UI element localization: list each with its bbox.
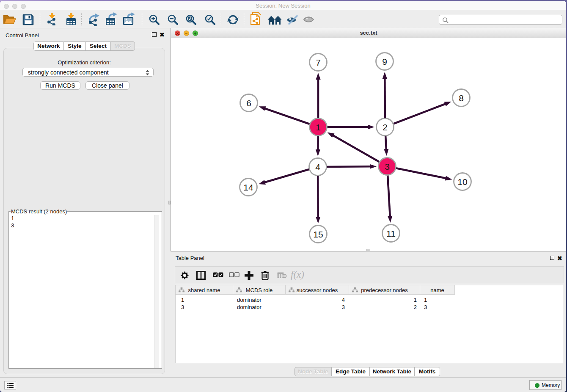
- svg-text:3: 3: [385, 162, 390, 171]
- svg-text:14: 14: [243, 182, 253, 192]
- svg-text:15: 15: [313, 229, 323, 239]
- svg-text:7: 7: [316, 58, 321, 67]
- svg-text:2: 2: [383, 122, 388, 132]
- svg-text:1: 1: [316, 122, 321, 132]
- svg-text:6: 6: [246, 98, 251, 108]
- svg-text:11: 11: [386, 229, 396, 238]
- svg-text:8: 8: [459, 93, 464, 103]
- svg-text:9: 9: [382, 57, 387, 66]
- svg-text:10: 10: [457, 177, 467, 187]
- svg-text:4: 4: [315, 162, 320, 172]
